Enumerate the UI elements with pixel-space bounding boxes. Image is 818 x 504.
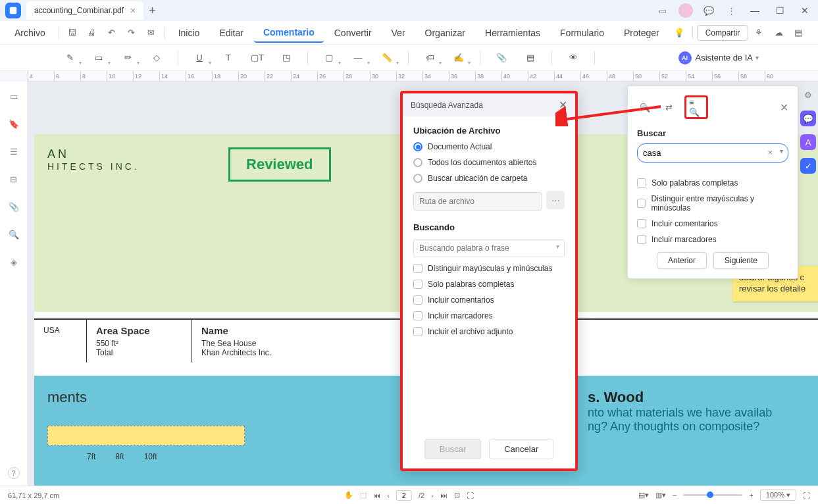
menu-organizar[interactable]: Organizar xyxy=(416,24,474,42)
panel-icon[interactable]: ▤ xyxy=(789,24,807,42)
radio-current-doc[interactable]: Documento Actual xyxy=(413,142,565,151)
close-window-icon[interactable]: ✕ xyxy=(797,5,813,16)
path-input[interactable] xyxy=(413,192,542,211)
chevron-down-icon[interactable]: ▾ xyxy=(556,243,559,250)
fields-icon[interactable]: ⊟ xyxy=(6,171,22,187)
minimize-icon[interactable]: — xyxy=(747,5,763,16)
menu-proteger[interactable]: Proteger xyxy=(615,24,669,42)
fullscreen-icon[interactable]: ⛶ xyxy=(803,491,810,499)
page-number-input[interactable] xyxy=(396,490,412,501)
mail-icon[interactable]: ✉ xyxy=(142,24,161,42)
signature-icon[interactable]: ✍▾ xyxy=(448,49,469,67)
chat-icon[interactable]: 💬 xyxy=(702,4,715,17)
comments-panel-icon[interactable]: ▤ xyxy=(520,49,541,67)
first-page-icon[interactable]: ⏮ xyxy=(373,491,380,499)
stamp-icon[interactable]: 🏷▾ xyxy=(419,49,440,67)
view-mode-icon[interactable]: ▤▾ xyxy=(638,491,649,499)
ai-assistant-button[interactable]: AI Asistente de IA ▾ xyxy=(678,51,759,64)
measure-icon[interactable]: 📏▾ xyxy=(376,49,397,67)
menu-herramientas[interactable]: Herramientas xyxy=(476,24,550,42)
checkbox-include-attachment[interactable]: Incluir el archivo adjunto xyxy=(413,327,565,336)
advanced-search-icon[interactable]: ≡🔍 xyxy=(684,95,708,119)
bookmarks-icon[interactable]: 🔖 xyxy=(6,116,22,132)
menu-convertir[interactable]: Convertir xyxy=(325,24,381,42)
chevron-down-icon[interactable]: ▾ xyxy=(780,147,783,155)
menu-comentario[interactable]: Comentario xyxy=(254,23,324,43)
search-phrase-input[interactable] xyxy=(413,239,565,257)
select-tool-icon[interactable]: ⬚ xyxy=(360,491,367,499)
next-page-icon[interactable]: › xyxy=(431,491,434,499)
new-tab-button[interactable]: + xyxy=(149,4,156,18)
zoom-out-icon[interactable]: − xyxy=(673,491,677,499)
checkbox-whole-words[interactable]: Solo palabras completas xyxy=(637,178,788,188)
help-icon[interactable]: ? xyxy=(8,467,20,479)
ai-tool-icon[interactable]: A xyxy=(800,134,816,150)
menu-ver[interactable]: Ver xyxy=(382,24,415,42)
previous-button[interactable]: Anterior xyxy=(657,252,707,269)
document-tab[interactable]: accounting_Combinar.pdf × xyxy=(26,1,143,20)
next-button[interactable]: Siguiente xyxy=(713,252,769,269)
pencil-icon[interactable]: ✏▾ xyxy=(117,49,138,67)
line-icon[interactable]: —▾ xyxy=(347,49,369,67)
menu-formulario[interactable]: Formulario xyxy=(551,24,613,42)
last-page-icon[interactable]: ⏭ xyxy=(440,491,447,499)
highlighter-icon[interactable]: ✎▾ xyxy=(59,49,80,67)
zoom-slider[interactable] xyxy=(683,494,742,496)
clear-input-icon[interactable]: × xyxy=(767,147,773,157)
share-link-icon[interactable]: ⚘ xyxy=(750,24,768,42)
attachment-sidebar-icon[interactable]: 📎 xyxy=(6,199,22,214)
checkbox-case-sensitive[interactable]: Distinguir mayúsculas y minúsculas xyxy=(413,264,565,273)
underline-icon[interactable]: U▾ xyxy=(189,49,210,67)
menu-editar[interactable]: Editar xyxy=(210,24,253,42)
menu-inicio[interactable]: Inicio xyxy=(169,24,209,42)
browse-folder-icon[interactable]: ⋯ xyxy=(546,191,565,209)
window-layout-icon[interactable]: ▭ xyxy=(656,4,669,17)
layers-icon[interactable]: ◈ xyxy=(6,254,22,270)
note-icon[interactable]: ▭▾ xyxy=(88,49,109,67)
undo-icon[interactable]: ↶ xyxy=(103,24,121,42)
attachment-icon[interactable]: 📎 xyxy=(491,49,512,67)
cancel-button[interactable]: Cancelar xyxy=(489,439,553,459)
maximize-icon[interactable]: ☐ xyxy=(772,5,788,16)
textbox-icon[interactable]: ▢T xyxy=(247,49,268,67)
callout-icon[interactable]: ◳ xyxy=(276,49,297,67)
close-panel-icon[interactable]: ✕ xyxy=(780,101,788,114)
show-hide-icon[interactable]: 👁 xyxy=(563,49,584,67)
menu-archivo[interactable]: Archivo xyxy=(5,24,55,42)
ai-chat-icon[interactable]: 💬 xyxy=(800,111,816,126)
print-icon[interactable]: 🖨 xyxy=(83,24,101,42)
radio-all-docs[interactable]: Todos los documentos abiertos xyxy=(413,158,565,167)
check-icon[interactable]: ✓ xyxy=(800,158,816,174)
share-button[interactable]: Compartir xyxy=(697,25,749,41)
avatar[interactable] xyxy=(678,3,693,18)
replace-icon[interactable]: ⇄ xyxy=(661,99,677,115)
lightbulb-icon[interactable]: 💡 xyxy=(670,24,688,42)
search-sidebar-icon[interactable]: 🔍 xyxy=(6,226,22,242)
kebab-menu-icon[interactable]: ⋮ xyxy=(725,4,738,17)
checkbox-include-comments[interactable]: Incluir comentarios xyxy=(637,219,788,228)
checkbox-case-sensitive[interactable]: Distinguir entre mayúsculas y minúsculas xyxy=(637,194,788,213)
settings-icon[interactable]: ⚙ xyxy=(800,87,816,103)
search-icon[interactable]: 🔍 xyxy=(637,99,653,115)
redo-icon[interactable]: ↷ xyxy=(122,24,141,42)
hand-tool-icon[interactable]: ✋ xyxy=(344,491,353,499)
search-input[interactable] xyxy=(637,143,788,163)
eraser-icon[interactable]: ◇ xyxy=(146,49,167,67)
page-layout-icon[interactable]: ▥▾ xyxy=(655,491,666,499)
cloud-icon[interactable]: ☁ xyxy=(769,24,788,42)
thumbnails-icon[interactable]: ▭ xyxy=(6,88,22,104)
shape-rect-icon[interactable]: ▢▾ xyxy=(319,49,340,67)
checkbox-include-bookmarks[interactable]: Incluir marcadores xyxy=(637,235,788,244)
radio-folder[interactable]: Buscar ubicación de carpeta xyxy=(413,174,565,183)
list-icon[interactable]: ☰ xyxy=(6,143,22,159)
checkbox-whole-words[interactable]: Solo palabras completas xyxy=(413,280,565,289)
prev-page-icon[interactable]: ‹ xyxy=(387,491,390,499)
close-tab-icon[interactable]: × xyxy=(130,5,136,16)
close-dialog-icon[interactable]: ✕ xyxy=(559,99,567,111)
zoom-in-icon[interactable]: + xyxy=(749,491,753,499)
checkbox-include-bookmarks[interactable]: Incluir marcadores xyxy=(413,311,565,320)
zoom-value[interactable]: 100% ▾ xyxy=(760,490,796,501)
expand-icon[interactable]: ⛶ xyxy=(467,491,474,499)
fit-icon[interactable]: ⊡ xyxy=(454,491,460,499)
save-icon[interactable]: 🖫 xyxy=(63,24,82,42)
